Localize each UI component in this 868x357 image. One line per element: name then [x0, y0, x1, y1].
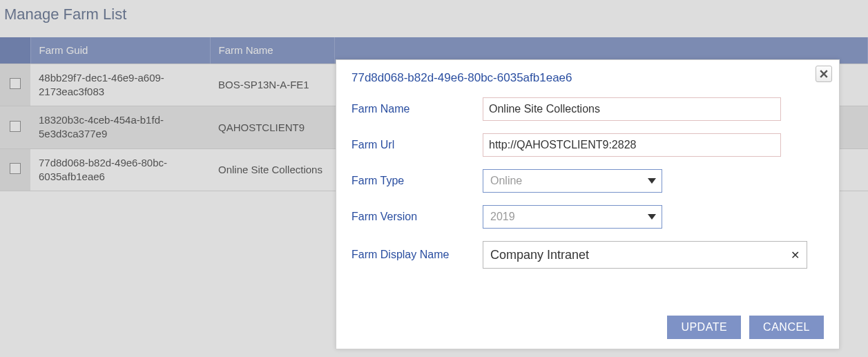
header-checkbox-col	[0, 37, 30, 64]
cell-guid: 48bb29f7-dec1-46e9-a609-2173eac3f083	[30, 64, 210, 106]
cell-name: QAHOSTCLIENT9	[210, 106, 334, 149]
cell-guid: 77d8d068-b82d-49e6-80bc-6035afb1eae6	[30, 148, 210, 191]
page-title: Manage Farm List	[0, 0, 868, 37]
row-checkbox[interactable]	[10, 78, 21, 89]
cancel-button[interactable]: CANCEL	[749, 316, 824, 339]
farm-version-select[interactable]: 2019	[483, 205, 662, 229]
chevron-down-icon	[648, 178, 656, 184]
cell-name: Online Site Collections	[210, 148, 334, 191]
farm-type-value: Online	[490, 175, 522, 187]
farm-display-name-field[interactable]: ✕	[483, 241, 807, 269]
close-icon	[820, 70, 828, 78]
farm-version-value: 2019	[490, 211, 515, 223]
header-guid[interactable]: Farm Guid	[30, 37, 210, 64]
update-button[interactable]: UPDATE	[667, 316, 741, 339]
label-farm-type: Farm Type	[351, 175, 483, 187]
label-farm-url: Farm Url	[351, 139, 483, 151]
clear-input-icon[interactable]: ✕	[791, 249, 800, 262]
row-checkbox[interactable]	[10, 163, 21, 174]
row-checkbox[interactable]	[10, 121, 21, 132]
label-farm-display-name: Farm Display Name	[351, 249, 483, 261]
modal-farm-guid: 77d8d068-b82d-49e6-80bc-6035afb1eae6	[351, 71, 824, 85]
cell-guid: 18320b3c-4ceb-454a-b1fd-5e3d3ca377e9	[30, 106, 210, 149]
edit-farm-modal: 77d8d068-b82d-49e6-80bc-6035afb1eae6 Far…	[336, 59, 840, 349]
label-farm-name: Farm Name	[351, 103, 483, 115]
farm-name-input[interactable]	[483, 97, 781, 121]
chevron-down-icon	[648, 214, 656, 220]
farm-url-input[interactable]	[483, 133, 781, 157]
header-name[interactable]: Farm Name	[210, 37, 334, 64]
close-button[interactable]	[816, 66, 832, 82]
cell-name: BOS-SP13N-A-FE1	[210, 64, 334, 106]
label-farm-version: Farm Version	[351, 211, 483, 223]
farm-display-name-input[interactable]	[490, 248, 782, 262]
farm-type-select[interactable]: Online	[483, 169, 662, 193]
